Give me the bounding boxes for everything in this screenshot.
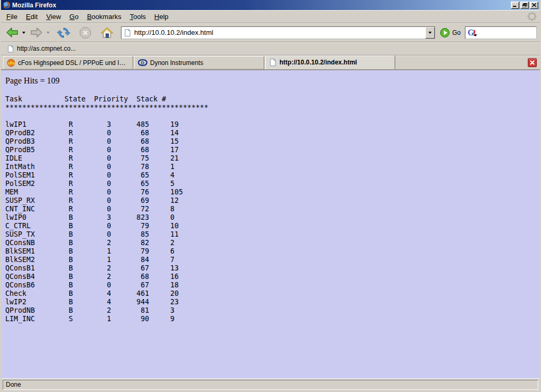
address-bar[interactable]: [121, 26, 435, 39]
minimize-icon: [513, 3, 517, 7]
go-button[interactable]: Go: [440, 27, 461, 38]
navigation-toolbar: Go G: [1, 23, 540, 42]
close-tab-icon: [530, 60, 535, 65]
reload-button[interactable]: [56, 25, 71, 40]
restore-button[interactable]: [520, 2, 529, 9]
search-box[interactable]: G: [465, 26, 537, 39]
menu-go[interactable]: Go: [65, 11, 82, 22]
tab-label: Dynon Instruments: [150, 59, 203, 67]
url-input[interactable]: [134, 27, 425, 38]
menu-view[interactable]: View: [42, 11, 65, 22]
tab-label: cFos Highspeed DSL / PPPoE und ISDN CAP.…: [18, 59, 129, 67]
menu-bar: File Edit View Go Bookmarks Tools Help: [1, 10, 540, 23]
bookmark-label: http://as.cmpnet.co...: [17, 45, 76, 52]
cfos-icon: cFos: [7, 59, 15, 67]
home-button[interactable]: [99, 25, 115, 40]
tab-bar: cFos cFos Highspeed DSL / PPPoE und ISDN…: [1, 55, 540, 70]
back-icon: [5, 26, 19, 39]
menu-help[interactable]: Help: [150, 11, 173, 22]
svg-text:cFos: cFos: [8, 61, 15, 65]
restore-icon: [523, 3, 527, 7]
back-dropdown-caret[interactable]: [22, 32, 25, 34]
menu-file[interactable]: File: [2, 11, 22, 22]
address-dropdown-caret: [428, 32, 432, 34]
title-bar: Mozilla Firefox: [1, 0, 540, 10]
menu-tools[interactable]: Tools: [126, 11, 150, 22]
address-dropdown-button[interactable]: [425, 27, 435, 39]
tab-dynon[interactable]: D Dynon Instruments: [134, 56, 264, 69]
search-input[interactable]: [477, 29, 535, 36]
page-content: Page Hits = 109 Task State Priority Stac…: [1, 70, 540, 378]
page-icon: [7, 45, 14, 53]
status-text: Done: [3, 380, 538, 390]
page-icon: [124, 29, 132, 37]
forward-button[interactable]: [29, 25, 44, 40]
home-icon: [100, 26, 114, 39]
tab-label: http://10.0.10.2/index.html: [279, 59, 357, 66]
dynon-icon: D: [138, 59, 147, 66]
tab-active-index-page[interactable]: http://10.0.10.2/index.html: [265, 55, 395, 69]
minimize-button[interactable]: [511, 2, 519, 9]
task-table: Task State Priority Stack # ************…: [5, 95, 540, 323]
forward-dropdown-caret[interactable]: [46, 32, 50, 34]
svg-text:D: D: [141, 60, 145, 66]
bookmark-item[interactable]: http://as.cmpnet.co...: [4, 44, 78, 54]
close-icon: [532, 3, 536, 7]
menu-edit[interactable]: Edit: [22, 11, 42, 22]
stop-icon: [79, 26, 92, 39]
go-icon: [440, 27, 450, 38]
close-tab-button[interactable]: [528, 58, 537, 67]
forward-icon: [30, 26, 43, 39]
page-hits-text: Page Hits = 109: [5, 76, 540, 86]
close-button[interactable]: [530, 2, 538, 9]
bookmarks-toolbar: http://as.cmpnet.co...: [1, 42, 540, 55]
tab-cfos[interactable]: cFos cFos Highspeed DSL / PPPoE und ISDN…: [3, 56, 133, 69]
browser-window: Mozilla Firefox File Edit View Go Bookma…: [0, 0, 541, 392]
back-button[interactable]: [4, 25, 20, 40]
stop-button[interactable]: [78, 25, 93, 40]
page-icon: [269, 58, 277, 67]
status-bar: Done: [1, 378, 540, 391]
firefox-icon: [3, 1, 11, 9]
throbber-icon: [526, 11, 538, 22]
menu-bookmarks[interactable]: Bookmarks: [83, 11, 126, 22]
window-title: Mozilla Firefox: [12, 2, 510, 9]
go-label: Go: [452, 29, 461, 36]
reload-icon: [57, 26, 70, 39]
